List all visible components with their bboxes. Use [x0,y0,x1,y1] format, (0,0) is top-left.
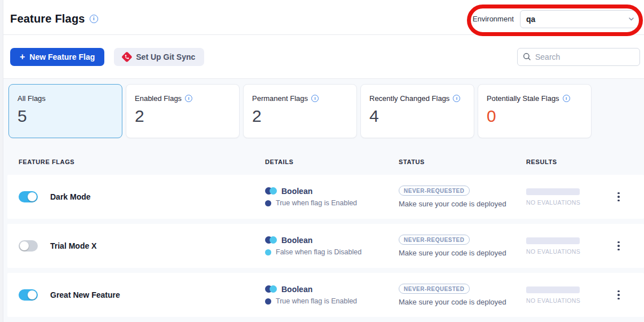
results-label: NO EVALUATIONS [526,297,644,304]
environment-value: qa [526,15,535,24]
flag-toggle[interactable] [19,191,38,202]
flag-rows: Dark Mode Boolean True when flag is Enab… [0,175,644,317]
variation-text: True when flag is Enabled [276,297,357,305]
flag-type-label: Boolean [281,187,312,196]
flag-type-label: Boolean [281,236,312,245]
status-badge: NEVER-REQUESTED [399,235,470,245]
kebab-menu-icon[interactable] [615,289,623,301]
kebab-menu-icon[interactable] [615,240,623,252]
variation-text: True when flag is Enabled [276,199,357,207]
page-header: Feature Flags i Environment qa [0,0,644,35]
variation-dot-icon [265,298,271,305]
title-wrap: Feature Flags i [10,12,98,25]
collapsed-sidebar-edge [0,0,3,322]
stat-card[interactable]: Permanent Flags i 2 [243,84,357,138]
stat-card-value: 2 [252,107,348,126]
search-icon [523,52,531,61]
info-icon[interactable]: i [311,95,319,102]
stats-cards: All Flags 5 Enabled Flags i 2 Permanent … [0,79,644,138]
main-content: All Flags 5 Enabled Flags i 2 Permanent … [0,79,644,322]
flag-type-label: Boolean [281,285,312,294]
flag-toggle[interactable] [19,289,38,301]
status-text: Make sure your code is deployed [399,249,506,257]
info-icon[interactable]: i [453,95,460,102]
page-title: Feature Flags [10,12,85,25]
stat-card-value: 5 [17,107,113,126]
status-badge: NEVER-REQUESTED [399,186,470,196]
table-header: FEATURE FLAGS DETAILS STATUS RESULTS [0,149,644,175]
info-icon[interactable]: i [90,15,98,23]
stat-card[interactable]: Recently Changed Flags i 4 [360,84,474,138]
chevron-down-icon [628,15,635,23]
stat-card-label: Enabled Flags [135,94,182,103]
flag-name: Great New Feature [50,290,120,299]
environment-dropdown[interactable]: qa [520,10,641,28]
new-feature-flag-button[interactable]: + New Feature Flag [10,48,104,66]
stat-card[interactable]: Potentially Stale Flags i 0 [478,84,592,138]
results-empty-bar [526,188,580,195]
results-empty-bar [526,286,580,293]
flag-toggle[interactable] [19,240,38,252]
variation-dot-icon [265,249,271,255]
status-text: Make sure your code is deployed [399,298,506,306]
status-text: Make sure your code is deployed [399,200,506,208]
variation-dot-icon [265,200,271,206]
search-box[interactable] [517,48,640,66]
stat-card-label: Potentially Stale Flags [487,94,559,103]
plus-icon: + [20,52,25,61]
info-icon[interactable]: i [563,95,570,102]
results-label: NO EVALUATIONS [526,248,644,255]
boolean-circles-icon [265,187,277,195]
column-header-results: RESULTS [526,158,644,165]
stat-card-value: 2 [135,107,231,126]
boolean-circles-icon [265,285,277,293]
boolean-circles-icon [265,236,277,244]
kebab-menu-icon[interactable] [615,191,623,203]
table-row[interactable]: Great New Feature Boolean True when flag… [7,273,644,317]
info-icon[interactable]: i [185,95,192,102]
stat-card-value: 0 [487,107,583,126]
stat-card-label: Permanent Flags [252,94,308,103]
table-row[interactable]: Dark Mode Boolean True when flag is Enab… [7,175,644,219]
environment-label: Environment [473,15,514,23]
results-empty-bar [526,237,580,244]
stat-card[interactable]: Enabled Flags i 2 [126,84,240,138]
toolbar: + New Feature Flag Set Up Git Sync [0,35,644,79]
results-label: NO EVALUATIONS [526,199,644,206]
flag-name: Dark Mode [50,192,91,201]
status-badge: NEVER-REQUESTED [399,284,470,294]
stat-card-label: Recently Changed Flags [369,94,449,103]
environment-selector: Environment qa [473,10,641,28]
stat-card[interactable]: All Flags 5 [8,84,122,138]
search-input[interactable] [535,52,634,61]
column-header-details: DETAILS [265,158,399,165]
git-diamond-icon [121,51,133,63]
table-row[interactable]: Trial Mode X Boolean False when flag is … [7,224,644,268]
column-header-status: STATUS [399,158,526,165]
stat-card-value: 4 [369,107,465,126]
flag-name: Trial Mode X [50,241,96,250]
setup-git-sync-button[interactable]: Set Up Git Sync [114,48,204,66]
variation-text: False when flag is Disabled [276,248,361,256]
column-header-feature-flags: FEATURE FLAGS [19,158,265,165]
stat-card-label: All Flags [17,94,46,103]
